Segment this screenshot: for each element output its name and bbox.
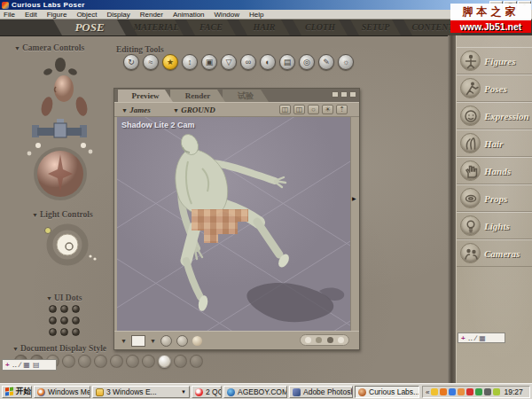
close-doc-icon[interactable] [349, 91, 356, 98]
tracking-dot[interactable] [338, 337, 344, 343]
scale-tool[interactable]: ▣ [201, 54, 217, 70]
camera-select-dot-right[interactable] [89, 150, 93, 154]
light-preset-icon[interactable]: ☀ [322, 105, 333, 114]
prop-selector[interactable]: ▼ GROUND [173, 106, 215, 114]
taskbar-explorer-group[interactable]: 3 Windows E... ▼ [92, 386, 190, 398]
extra-tab[interactable]: 试验 [223, 90, 269, 102]
tray-icon-7[interactable] [484, 388, 491, 395]
style-smooth-lined[interactable] [174, 355, 187, 368]
taper-tool[interactable]: ▽ [221, 54, 237, 70]
menu-render[interactable]: Render [140, 11, 163, 19]
grouping-tool[interactable]: ▤ [279, 54, 295, 70]
light-indicator-dot[interactable] [45, 228, 51, 234]
library-item-expression[interactable]: Expression [457, 102, 532, 129]
menu-help[interactable]: Help [249, 11, 263, 19]
library-item-props[interactable]: Props [457, 184, 532, 212]
background-color-chip[interactable] [131, 335, 145, 347]
taskbar-clock[interactable]: 19:27 [504, 387, 522, 396]
camera-center-cube[interactable] [54, 123, 66, 137]
style-smooth-shaded[interactable] [158, 355, 171, 368]
style-hidden-line[interactable] [62, 355, 75, 368]
style-cartoon-lined[interactable] [142, 355, 155, 368]
translate-inout-tool[interactable]: ↕ [182, 54, 198, 70]
tab-face[interactable]: FACE [186, 20, 236, 35]
taskbar-curious-labs[interactable]: Curious Labs... [355, 386, 419, 398]
preview-tab[interactable]: Preview [118, 90, 173, 102]
left-hand-camera-icon[interactable] [43, 67, 53, 76]
camera-flyaround-dot-left[interactable] [35, 143, 41, 148]
library-item-hair[interactable]: Hair [457, 129, 532, 157]
view-magnifier-tool[interactable]: ◎ [299, 54, 315, 70]
ime-language-bar[interactable]: + ‥ ∕ ▦ ▤ [2, 359, 57, 371]
viewport-canvas[interactable]: Shadow Lite 2 Cam [117, 117, 350, 331]
library-item-figures[interactable]: Figures [457, 47, 532, 74]
tray-icon-5[interactable] [466, 388, 473, 395]
dolly-camera-preset-icon[interactable]: ○ [308, 105, 319, 114]
tab-setup[interactable]: SETUP [350, 20, 401, 35]
menu-figure[interactable]: Figure [47, 11, 67, 19]
taskbar-photoshop[interactable]: Adobe Photoshop [289, 386, 353, 398]
tab-hair[interactable]: HAIR [239, 20, 290, 35]
style-cartoon[interactable] [126, 355, 139, 368]
right-hand-camera-icon[interactable] [67, 67, 78, 76]
ime-pen-icon[interactable]: ∕ [475, 333, 476, 343]
tray-icon-2[interactable] [440, 388, 447, 395]
dock-icon[interactable] [332, 91, 339, 98]
hand-camera-preset-icon[interactable]: ⇡ [336, 105, 348, 114]
ui-dot[interactable] [49, 317, 57, 325]
ui-dot[interactable] [60, 317, 68, 325]
ui-dot[interactable] [72, 328, 80, 336]
color-tool[interactable]: ◐ [260, 54, 276, 70]
tray-icon-8[interactable] [493, 388, 500, 395]
ui-dot[interactable] [72, 317, 80, 325]
twist-tool[interactable]: ≈ [143, 54, 159, 70]
bg-color-dropdown-icon[interactable]: ▼ [121, 338, 127, 344]
document-display-style-label[interactable]: ▼Document Display Style [12, 344, 106, 353]
tray-icon-6[interactable] [475, 388, 482, 395]
tray-icon-4[interactable] [458, 388, 465, 395]
display-style-button[interactable] [160, 335, 172, 347]
menu-display[interactable]: Display [107, 11, 130, 19]
ime-keyboard-icon[interactable]: ▦ [479, 333, 486, 343]
camera-controls-label[interactable]: ▼Camera Controls [14, 43, 84, 52]
tab-material[interactable]: MATERIAL [129, 20, 184, 35]
translate-pull-tool[interactable]: ★ [162, 54, 178, 70]
ui-dot[interactable] [60, 328, 68, 336]
direct-manipulation-tool[interactable]: ☼ [338, 54, 354, 70]
morphing-tool[interactable]: ✎ [318, 54, 334, 70]
ime-mode-icon[interactable]: ‥ [12, 360, 17, 370]
ime-input-method-icon[interactable]: + [461, 333, 466, 343]
tracking-dot[interactable] [305, 337, 311, 343]
right-hand-icon[interactable] [74, 96, 90, 117]
ui-dot[interactable] [49, 328, 57, 336]
chain-break-tool[interactable]: ∞ [240, 54, 256, 70]
rotate-tool[interactable]: ↻ [123, 54, 139, 70]
library-item-cameras[interactable]: Cameras [457, 239, 532, 267]
style-texture-shaded[interactable] [190, 355, 203, 368]
taskbar-qq-group[interactable]: 2 QQ ▼ [192, 386, 222, 398]
camera-name-label[interactable]: Shadow Lite 2 Cam [121, 121, 195, 129]
start-button[interactable]: 开始 [2, 386, 32, 398]
library-item-lights[interactable]: Lights [457, 212, 532, 239]
left-hand-icon[interactable] [40, 96, 55, 117]
tray-icon-1[interactable] [431, 388, 438, 395]
tracking-dot[interactable] [316, 337, 322, 343]
render-tab[interactable]: Render [170, 90, 225, 102]
document-side-strip[interactable]: ▶ [350, 117, 358, 331]
taskbar-browser[interactable]: AGEBOY.COM [223, 386, 287, 398]
resize-icon[interactable] [340, 91, 348, 98]
tab-cloth[interactable]: CLOTH [293, 20, 348, 35]
style-lit-wireframe[interactable] [78, 355, 91, 368]
tracking-mode-selector[interactable] [300, 334, 349, 346]
shadow-toggle-button[interactable] [176, 335, 188, 347]
face-camera-preset-icon[interactable]: ◫ [279, 105, 291, 114]
posing-camera-preset-icon[interactable]: ◫ [293, 105, 305, 114]
menu-object[interactable]: Object [76, 11, 97, 19]
ui-dot[interactable] [72, 305, 80, 313]
light-controls-label[interactable]: ▼Light Controls [32, 210, 93, 219]
taskbar-windows-media[interactable]: Windows Medi... [34, 386, 90, 398]
ime-keyboard-icon[interactable]: ▦ [23, 360, 30, 370]
face-camera-icon[interactable] [54, 75, 74, 102]
tab-pose[interactable]: POSE [53, 20, 126, 35]
menu-file[interactable]: File [4, 11, 15, 19]
